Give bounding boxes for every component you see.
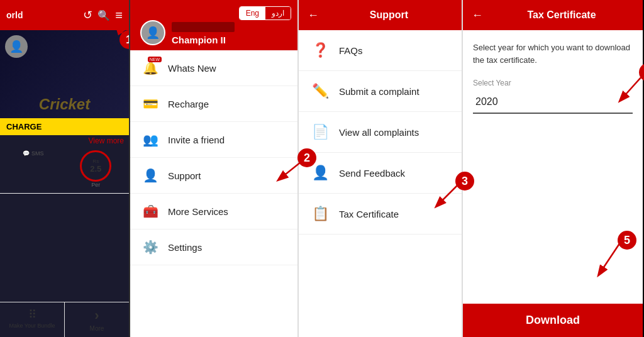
tax-content: Select year for which you want to downlo…: [463, 30, 643, 125]
user-avatar: 👤: [140, 20, 165, 45]
tax-certificate-icon: 📋: [310, 204, 330, 224]
support-send-feedback[interactable]: 👤 Send Feedback: [299, 153, 462, 194]
faqs-label: FAQs: [339, 45, 363, 56]
settings-label: Settings: [168, 242, 202, 253]
menu-item-whats-new[interactable]: 🔔 NEW Whats New: [130, 50, 297, 86]
tax-back-btn[interactable]: ←: [472, 9, 483, 22]
user-name: Champion II: [172, 35, 235, 45]
lang-eng-btn[interactable]: Eng: [240, 7, 265, 19]
support-back-btn[interactable]: ←: [308, 9, 319, 22]
new-badge: NEW: [148, 57, 162, 62]
more-services-label: More Services: [168, 206, 228, 217]
support-faqs[interactable]: ❓ FAQs: [299, 30, 462, 71]
recharge-icon: 💳: [142, 95, 159, 113]
select-year-label: Select Year: [473, 79, 633, 87]
stats-section: 💬 SMS Rs 2.5 Per: [0, 145, 129, 194]
support-menu-label: Support: [168, 170, 201, 181]
support-title: Support: [325, 9, 453, 21]
panel-support: ← Support ❓ FAQs ✏️ Submit a complaint 📄…: [299, 0, 463, 337]
menu-item-support[interactable]: 👤 Support 2: [130, 158, 297, 194]
user-name-bar: [172, 22, 235, 32]
balance-value: 2.5: [90, 164, 101, 174]
menu-item-more-services[interactable]: 🧰 More Services: [130, 194, 297, 229]
year-select-wrapper: Select Year 4: [473, 79, 633, 114]
send-feedback-icon: 👤: [310, 163, 330, 183]
support-header: ← Support: [299, 0, 462, 30]
support-view-complaints[interactable]: 📄 View all complaints: [299, 112, 462, 153]
more-btn[interactable]: › More: [65, 302, 129, 337]
menu-item-invite[interactable]: 👥 Invite a friend: [130, 122, 297, 158]
bundle-label: Make Your Bundle: [9, 323, 55, 329]
language-switcher[interactable]: Eng اردو: [239, 6, 291, 20]
download-button[interactable]: Download: [463, 304, 643, 337]
tax-header: ← Tax Certificate: [463, 0, 643, 30]
submit-complaint-icon: ✏️: [310, 81, 330, 101]
menu-header: Eng اردو 👤 Champion II: [130, 0, 297, 50]
banner-cricket-text: Cricket: [39, 96, 90, 113]
menu-icon[interactable]: ≡: [115, 8, 123, 23]
home-banner: Cricket 👤: [0, 30, 129, 118]
svg-line-4: [599, 237, 624, 275]
panel-menu: Eng اردو 👤 Champion II 🔔 NEW Whats New 💳…: [130, 0, 299, 337]
balance-circle: Rs 2.5: [80, 150, 111, 182]
support-tax-certificate[interactable]: 📋 Tax Certificate 3: [299, 194, 462, 235]
charge-label: CHARGE: [6, 122, 42, 131]
per-label: Per: [91, 182, 100, 188]
submit-complaint-label: Submit a complaint: [339, 86, 419, 97]
more-label: More: [90, 325, 104, 332]
balance-stat: Rs 2.5 Per: [68, 150, 125, 188]
view-complaints-icon: 📄: [310, 122, 330, 142]
more-icon: ›: [94, 307, 99, 324]
view-more-text: View more: [89, 136, 124, 145]
panel-home: orld ↺ 🔍 ≡ 1 Cricket 👤 CHARGE: [0, 0, 130, 337]
invite-label: Invite a friend: [168, 135, 225, 145]
arrow4-badge: 4: [639, 63, 644, 82]
faqs-icon: ❓: [310, 40, 330, 60]
whats-new-label: Whats New: [168, 63, 216, 74]
bottom-nav: ⠿ Make Your Bundle › More: [0, 302, 129, 337]
bundle-icon: ⠿: [28, 307, 36, 321]
sms-label: 💬 SMS: [23, 150, 44, 157]
support-submit-complaint[interactable]: ✏️ Submit a complaint: [299, 71, 462, 112]
refresh-icon[interactable]: ↺: [83, 8, 92, 22]
sms-text: SMS: [31, 150, 44, 157]
recharge-label: Recharge: [168, 99, 209, 109]
make-bundle-btn[interactable]: ⠿ Make Your Bundle: [0, 302, 65, 337]
support-menu-icon: 👤: [142, 167, 159, 184]
tax-certificate-label: Tax Certificate: [339, 209, 399, 219]
whats-new-icon: 🔔 NEW: [142, 59, 159, 77]
rs-label: Rs: [92, 158, 99, 164]
invite-icon: 👥: [142, 131, 159, 148]
home-header: orld ↺ 🔍 ≡: [0, 0, 129, 30]
arrow5-badge: 5: [618, 231, 636, 250]
sms-stat: 💬 SMS: [5, 150, 62, 188]
view-complaints-label: View all complaints: [339, 127, 419, 138]
arrow5-annotation: 5: [586, 234, 636, 287]
more-services-icon: 🧰: [142, 202, 159, 220]
year-input[interactable]: [473, 91, 633, 114]
panel-tax-certificate: ← Tax Certificate Select year for which …: [463, 0, 643, 337]
tax-description: Select year for which you want to downlo…: [473, 41, 633, 66]
header-icons: ↺ 🔍 ≡: [83, 8, 123, 23]
arrow5-svg: [586, 234, 636, 284]
menu-item-recharge[interactable]: 💳 Recharge: [130, 86, 297, 122]
app-title: orld: [6, 10, 23, 20]
settings-icon: ⚙️: [142, 238, 159, 256]
avatar-icon: 👤: [146, 26, 160, 40]
search-icon[interactable]: 🔍: [97, 9, 110, 21]
charge-section: CHARGE: [0, 118, 129, 135]
download-label: Download: [526, 314, 580, 326]
tax-title: Tax Certificate: [489, 9, 634, 21]
view-more-link[interactable]: View more: [0, 136, 129, 145]
menu-item-settings[interactable]: ⚙️ Settings: [130, 229, 297, 265]
lang-urdu-btn[interactable]: اردو: [265, 7, 291, 19]
user-avatar-small: 👤: [5, 35, 28, 58]
send-feedback-label: Send Feedback: [339, 168, 405, 179]
